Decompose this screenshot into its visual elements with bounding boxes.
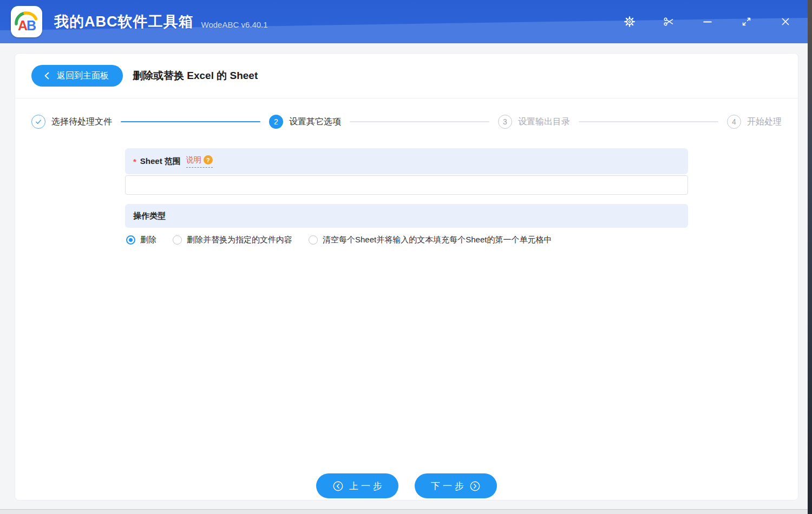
back-button-label: 返回到主面板: [57, 70, 109, 82]
step-4-label: 开始处理: [747, 116, 782, 128]
scissors-icon: [663, 16, 675, 28]
radio-option-delete-replace[interactable]: 删除并替换为指定的文件内容: [173, 235, 292, 245]
step-1-label: 选择待处理文件: [51, 116, 112, 128]
close-icon: [780, 16, 791, 28]
step-1-select-files: 选择待处理文件: [31, 115, 112, 129]
operation-type-radio-group: 删除 删除并替换为指定的文件内容 清空每个Sheet并将输入的文本填充每个She…: [125, 235, 688, 245]
minimize-button[interactable]: [700, 15, 715, 29]
previous-step-button[interactable]: 上一步: [316, 473, 398, 498]
radio-option-delete[interactable]: 删除: [126, 235, 156, 245]
operation-type-label: 操作类型: [133, 211, 166, 221]
question-mark-icon: ?: [204, 155, 213, 164]
logo-letter-b: B: [27, 18, 35, 33]
app-title: 我的ABC软件工具箱: [54, 12, 194, 31]
operation-type-section-header: 操作类型: [125, 204, 688, 228]
screenshot-button[interactable]: [662, 15, 676, 29]
radio-option-delete-replace-label: 删除并替换为指定的文件内容: [187, 235, 292, 245]
circle-chevron-left-icon: [332, 480, 344, 492]
next-step-label: 下一步: [431, 480, 467, 492]
app-root: AB 我的ABC软件工具箱 WodeABC v6.40.1: [0, 0, 812, 514]
step-2-label: 设置其它选项: [289, 116, 341, 128]
main-panel: 返回到主面板 删除或替换 Excel 的 Sheet 选择待处理文件 2: [15, 53, 798, 500]
settings-button[interactable]: [623, 15, 637, 29]
step-2-circle: 2: [269, 115, 283, 129]
circle-chevron-right-icon: [469, 480, 481, 492]
step-4-start-process: 4 开始处理: [727, 115, 782, 129]
step-connector-2-3: [350, 121, 489, 122]
help-link-label: 说明: [186, 155, 201, 165]
chevron-left-icon: [43, 71, 50, 80]
back-to-dashboard-button[interactable]: 返回到主面板: [31, 65, 123, 87]
step-connector-3-4: [579, 121, 718, 122]
step-3-output-dir: 3 设置输出目录: [498, 115, 570, 129]
logo-letters: AB: [18, 19, 35, 32]
titlebar-inner: AB 我的ABC软件工具箱 WodeABC v6.40.1: [0, 0, 808, 43]
page-title: 删除或替换 Excel 的 Sheet: [133, 69, 258, 83]
app-version: WodeABC v6.40.1: [201, 20, 268, 29]
resize-button[interactable]: [739, 15, 754, 29]
window-bottom-edge: [0, 509, 808, 514]
step-1-circle: [31, 115, 45, 129]
desktop-background-sliver: [808, 0, 812, 514]
close-button[interactable]: [778, 15, 793, 29]
sheet-range-section-header: * Sheet 范围 说明 ?: [125, 148, 688, 174]
step-2-set-options: 2 设置其它选项: [269, 115, 341, 129]
options-form: * Sheet 范围 说明 ? 操作类型 删除: [125, 148, 688, 245]
wizard-footer: 上一步 下一步: [15, 473, 798, 498]
sheet-range-input[interactable]: [125, 175, 688, 195]
resize-icon: [741, 16, 752, 28]
minimize-icon: [702, 16, 713, 28]
app-window: AB 我的ABC软件工具箱 WodeABC v6.40.1: [0, 0, 808, 509]
step-3-label: 设置输出目录: [518, 116, 570, 128]
stepper: 选择待处理文件 2 设置其它选项 3 设置输出目录 4 开始处理: [15, 98, 798, 141]
next-step-button[interactable]: 下一步: [415, 473, 497, 498]
previous-step-label: 上一步: [349, 480, 385, 492]
check-icon: [34, 117, 43, 126]
radio-option-clear-fill[interactable]: 清空每个Sheet并将输入的文本填充每个Sheet的第一个单元格中: [309, 235, 552, 245]
step-3-circle: 3: [498, 115, 512, 129]
radio-unselected-icon: [173, 235, 182, 245]
step-connector-1-2: [121, 121, 260, 122]
titlebar: AB 我的ABC软件工具箱 WodeABC v6.40.1: [0, 0, 808, 43]
settings-icon: [624, 16, 636, 28]
logo-letter-a: A: [18, 18, 27, 33]
required-marker: *: [133, 157, 136, 166]
sheet-range-label: Sheet 范围: [140, 156, 181, 167]
radio-option-clear-fill-label: 清空每个Sheet并将输入的文本填充每个Sheet的第一个单元格中: [323, 235, 552, 245]
panel-header: 返回到主面板 删除或替换 Excel 的 Sheet: [15, 54, 798, 98]
app-logo: AB: [11, 6, 42, 37]
sheet-range-help-link[interactable]: 说明 ?: [186, 155, 213, 168]
radio-unselected-icon: [309, 235, 318, 245]
radio-selected-icon: [126, 235, 135, 245]
radio-option-delete-label: 删除: [140, 235, 156, 245]
step-4-circle: 4: [727, 115, 741, 129]
titlebar-actions: [623, 15, 793, 29]
